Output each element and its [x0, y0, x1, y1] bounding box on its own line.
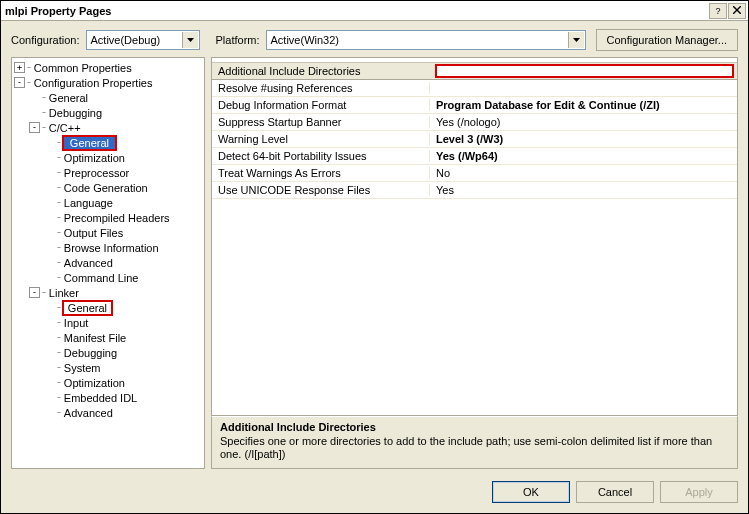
tree-label: Preprocessor	[62, 167, 131, 179]
grid-value[interactable]: Yes (/Wp64)	[430, 150, 737, 162]
tree-node-common[interactable]: + ··· Common Properties	[12, 60, 204, 75]
grid-row[interactable]: Treat Warnings As ErrorsNo	[212, 165, 737, 182]
tree-node-linker-input[interactable]: ···Input	[12, 315, 204, 330]
tree-node-linker-debugging[interactable]: ···Debugging	[12, 345, 204, 360]
tree-node-cpp-general[interactable]: ··· General	[12, 135, 204, 150]
tree-label: Embedded IDL	[62, 392, 139, 404]
grid-key: Treat Warnings As Errors	[212, 167, 430, 179]
minus-icon[interactable]: -	[29, 287, 40, 298]
description-title: Additional Include Directories	[220, 421, 729, 433]
additional-include-dirs-value[interactable]	[435, 64, 734, 78]
tree-node-linker-general[interactable]: ··· General	[12, 300, 204, 315]
chevron-down-icon	[568, 32, 584, 48]
plus-icon[interactable]: +	[14, 62, 25, 73]
tree-label: General	[64, 302, 111, 314]
tree-label: C/C++	[47, 122, 83, 134]
ok-button[interactable]: OK	[492, 481, 570, 503]
tree-label: Precompiled Headers	[62, 212, 172, 224]
tree-label: Browse Information	[62, 242, 161, 254]
tree-label: Optimization	[62, 152, 127, 164]
tree-label: Manifest File	[62, 332, 128, 344]
tree-node-linker-idl[interactable]: ···Embedded IDL	[12, 390, 204, 405]
tree-label: Advanced	[62, 257, 115, 269]
grid-key: Warning Level	[212, 133, 430, 145]
tree-node-debugging[interactable]: ··· Debugging	[12, 105, 204, 120]
highlight-box: General	[62, 300, 113, 316]
configuration-value: Active(Debug)	[91, 34, 161, 46]
tree-node-cpp-output[interactable]: ···Output Files	[12, 225, 204, 240]
grid-value[interactable]: Yes (/nologo)	[430, 116, 737, 128]
tree-node-cpp-preprocessor[interactable]: ···Preprocessor	[12, 165, 204, 180]
tree-node-cpp-optimization[interactable]: ···Optimization	[12, 150, 204, 165]
tree-label: System	[62, 362, 103, 374]
tree-label: Language	[62, 197, 115, 209]
grid-row[interactable]: Warning LevelLevel 3 (/W3)	[212, 131, 737, 148]
grid-row[interactable]: Resolve #using References	[212, 80, 737, 97]
close-button[interactable]	[728, 3, 746, 19]
tree-label: Advanced	[62, 407, 115, 419]
grid-key: Detect 64-bit Portability Issues	[212, 150, 430, 162]
platform-combo[interactable]: Active(Win32)	[266, 30, 586, 50]
tree-node-cpp-language[interactable]: ···Language	[12, 195, 204, 210]
grid-key: Resolve #using References	[212, 82, 430, 94]
dialog-footer: OK Cancel Apply	[1, 475, 748, 513]
grid-row[interactable]: Use UNICODE Response FilesYes	[212, 182, 737, 199]
minus-icon[interactable]: -	[14, 77, 25, 88]
tree-label: Output Files	[62, 227, 125, 239]
grid-header-label: Additional Include Directories	[218, 65, 360, 77]
property-pages-window: mlpi Property Pages ? Configuration: Act…	[0, 0, 749, 514]
tree-node-cpp[interactable]: - ··· C/C++	[12, 120, 204, 135]
grid-header-row[interactable]: Additional Include Directories	[212, 62, 737, 80]
chevron-down-icon	[182, 32, 198, 48]
platform-label: Platform:	[216, 34, 260, 46]
grid-row[interactable]: Suppress Startup BannerYes (/nologo)	[212, 114, 737, 131]
configuration-combo[interactable]: Active(Debug)	[86, 30, 200, 50]
tree-node-cpp-cmdline[interactable]: ···Command Line	[12, 270, 204, 285]
grid-row[interactable]: Debug Information FormatProgram Database…	[212, 97, 737, 114]
tree-label: Common Properties	[32, 62, 134, 74]
tree-label: Command Line	[62, 272, 141, 284]
tree-node-cpp-browse[interactable]: ···Browse Information	[12, 240, 204, 255]
grid-key: Suppress Startup Banner	[212, 116, 430, 128]
grid-key: Debug Information Format	[212, 99, 430, 111]
grid-value[interactable]: Level 3 (/W3)	[430, 133, 737, 145]
property-grid-pane: Additional Include Directories Resolve #…	[211, 57, 738, 469]
window-title: mlpi Property Pages	[5, 5, 708, 17]
description-box: Additional Include Directories Specifies…	[211, 416, 738, 470]
configuration-manager-button[interactable]: Configuration Manager...	[596, 29, 738, 51]
tree-node-general[interactable]: ··· General	[12, 90, 204, 105]
tree-label: Linker	[47, 287, 81, 299]
description-text: Specifies one or more directories to add…	[220, 435, 729, 463]
tree-node-linker-optimization[interactable]: ···Optimization	[12, 375, 204, 390]
grid-value[interactable]: Program Database for Edit & Continue (/Z…	[430, 99, 737, 111]
tree-label: General	[47, 92, 90, 104]
cancel-button[interactable]: Cancel	[576, 481, 654, 503]
tree-node-cpp-pch[interactable]: ···Precompiled Headers	[12, 210, 204, 225]
main-area: + ··· Common Properties - ··· Configurat…	[1, 57, 748, 475]
tree-node-cpp-codegen[interactable]: ···Code Generation	[12, 180, 204, 195]
titlebar: mlpi Property Pages ?	[1, 1, 748, 21]
tree-label: Input	[62, 317, 90, 329]
tree-label: Configuration Properties	[32, 77, 155, 89]
tree-label: General	[64, 137, 115, 149]
configuration-label: Configuration:	[11, 34, 80, 46]
grid-key: Use UNICODE Response Files	[212, 184, 430, 196]
grid-value[interactable]: Yes	[430, 184, 737, 196]
highlight-box: General	[62, 135, 117, 151]
grid-value[interactable]: No	[430, 167, 737, 179]
tree-label: Optimization	[62, 377, 127, 389]
tree-label: Code Generation	[62, 182, 150, 194]
tree-node-cpp-advanced[interactable]: ···Advanced	[12, 255, 204, 270]
tree-node-linker-manifest[interactable]: ···Manifest File	[12, 330, 204, 345]
grid-row[interactable]: Detect 64-bit Portability IssuesYes (/Wp…	[212, 148, 737, 165]
tree-node-linker-system[interactable]: ···System	[12, 360, 204, 375]
minus-icon[interactable]: -	[29, 122, 40, 133]
tree-node-linker-advanced[interactable]: ···Advanced	[12, 405, 204, 420]
platform-value: Active(Win32)	[271, 34, 339, 46]
configuration-row: Configuration: Active(Debug) Platform: A…	[1, 21, 748, 57]
apply-button[interactable]: Apply	[660, 481, 738, 503]
tree-node-linker[interactable]: - ··· Linker	[12, 285, 204, 300]
tree-node-configuration-properties[interactable]: - ··· Configuration Properties	[12, 75, 204, 90]
help-button[interactable]: ?	[709, 3, 727, 19]
category-tree[interactable]: + ··· Common Properties - ··· Configurat…	[11, 57, 205, 469]
